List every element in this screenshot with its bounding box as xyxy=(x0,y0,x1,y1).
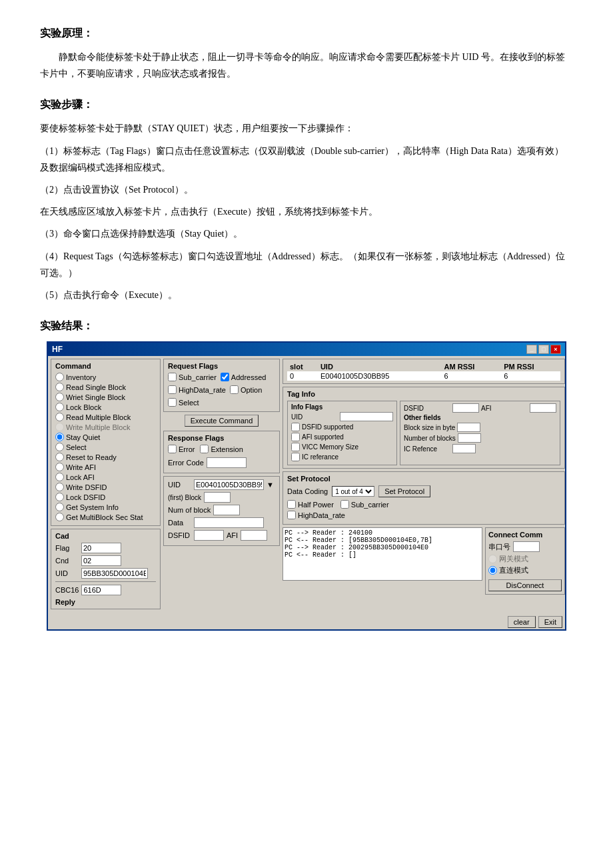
log-section: PC --> Reader : 240100 PC <-- Reader : [… xyxy=(283,527,482,595)
uid-field-input[interactable] xyxy=(194,479,264,490)
radio-lock-dsfid-input[interactable] xyxy=(55,493,64,501)
data-field-input[interactable] xyxy=(194,517,264,528)
cad-flag-label: Flag xyxy=(55,544,79,552)
section-result-title: 实验结果： xyxy=(40,319,573,333)
afi-tag-input[interactable] xyxy=(530,403,556,413)
disconnect-button[interactable]: DisConnect xyxy=(488,579,562,591)
step-3: （3）命令窗口点选保持静默选项（Stay Quiet）。 xyxy=(40,225,573,242)
close-button[interactable]: × xyxy=(550,345,561,354)
maximize-button[interactable]: □ xyxy=(538,345,549,354)
cb-set-sub-carrier-input[interactable] xyxy=(340,500,349,509)
radio-get-multiblock: Get MultiBlock Sec Stat xyxy=(55,513,156,521)
radio-reset-ready-input[interactable] xyxy=(55,453,64,461)
cb-extension-input[interactable] xyxy=(200,445,209,453)
uid-field-label: UID xyxy=(168,481,191,489)
radio-write-single-input[interactable] xyxy=(55,393,64,401)
cb-select-input[interactable] xyxy=(168,398,177,407)
radio-select-input[interactable] xyxy=(55,443,64,451)
radio-get-multiblock-input[interactable] xyxy=(55,513,64,521)
radio-read-single-input[interactable] xyxy=(55,383,64,391)
step-2: （2）点击设置协议（Set Protocol）。 xyxy=(40,181,573,198)
radio-stay-quiet-input[interactable] xyxy=(55,433,64,441)
cad-cnd-label: Cnd xyxy=(55,557,79,565)
radio-stay-quiet-label: Stay Quiet xyxy=(66,433,100,441)
radio-inventory: Inventory xyxy=(55,373,156,381)
uid-block-group: UID ▼ (first) Block Num of block Data xyxy=(163,476,280,546)
radio-write-afi-input[interactable] xyxy=(55,463,64,471)
minimize-button[interactable]: _ xyxy=(526,345,537,354)
afi-tag-label: AFI xyxy=(481,405,528,412)
log-area[interactable]: PC --> Reader : 240100 PC <-- Reader : [… xyxy=(283,527,482,581)
vicc-label: VICC Memory Size xyxy=(302,443,358,451)
radio-read-multiple: Read Multiple Block xyxy=(55,413,156,421)
cb-option-input[interactable] xyxy=(230,385,239,394)
uid-tag-input[interactable] xyxy=(340,412,393,421)
ic-refence-input[interactable] xyxy=(452,444,476,453)
title-bar: HF _ □ × xyxy=(48,343,565,356)
dsfid-field-label: DSFID xyxy=(168,531,191,539)
crc16-label: CBC16 xyxy=(55,586,79,594)
num-blocks-input[interactable] xyxy=(458,433,481,443)
data-field-label: Data xyxy=(168,519,191,527)
radio-lock-block-input[interactable] xyxy=(55,403,64,411)
port-input[interactable] xyxy=(513,541,540,552)
radio-write-single: Wriet Single Block xyxy=(55,393,156,401)
error-code-input[interactable] xyxy=(207,457,247,468)
radio-write-dsfid-input[interactable] xyxy=(55,483,64,491)
radio-write-multiple-input xyxy=(55,423,64,431)
radio-reset-ready-label: Reset to Ready xyxy=(66,453,117,461)
radio-read-multiple-input[interactable] xyxy=(55,413,64,421)
execute-command-button[interactable]: Execute Command xyxy=(185,415,259,427)
connect-label: Connect Comm xyxy=(488,531,562,539)
app-window: HF _ □ × Command Inventory xyxy=(47,341,566,631)
radio-lock-dsfid: Lock DSFID xyxy=(55,493,156,501)
num-block-input[interactable] xyxy=(213,505,240,515)
cad-uid-row: UID xyxy=(55,568,156,579)
vicc-cb[interactable] xyxy=(291,443,300,451)
response-flags-group: Response Flags Error Extension Error Cod… xyxy=(163,431,280,473)
cb-highdata-input[interactable] xyxy=(168,385,177,394)
mid-column: Request Flags Sub_carrier Addressed xyxy=(163,359,280,612)
afi-field-input[interactable] xyxy=(241,530,267,541)
radio-inventory-input[interactable] xyxy=(55,373,64,381)
radio-lock-afi-input[interactable] xyxy=(55,473,64,481)
dsfid-supported-cb[interactable] xyxy=(291,423,300,431)
radio-lock-dsfid-label: Lock DSFID xyxy=(66,493,105,501)
cad-cnd-input[interactable] xyxy=(81,555,121,566)
cb-half-power-input[interactable] xyxy=(287,500,296,509)
dsfid-field-input[interactable] xyxy=(194,530,224,541)
afi-supported-cb[interactable] xyxy=(291,433,300,441)
dsfid-tag-input[interactable] xyxy=(452,403,479,413)
app-body: Command Inventory Read Single Block Wrie… xyxy=(48,356,565,615)
cb-sub-carrier-input[interactable] xyxy=(168,373,177,381)
cb-error-label: Error xyxy=(179,445,195,453)
radio-direct-input[interactable] xyxy=(488,566,497,575)
radio-read-single-label: Read Single Block xyxy=(66,383,126,391)
port-label: 串口号 xyxy=(488,542,510,552)
crc16-input[interactable] xyxy=(81,585,121,595)
data-coding-select[interactable]: 1 out of 4 xyxy=(332,486,374,497)
cb-addressed-input[interactable] xyxy=(221,373,229,381)
row0-uid: E00401005D30BB95 xyxy=(318,371,442,381)
cad-flag-input[interactable] xyxy=(81,543,121,553)
section-principle: 实验原理： 静默命令能使标签卡处于静止状态，阻止一切寻卡等命令的响应。响应请求命… xyxy=(40,27,573,82)
radio-lock-block-label: Lock Block xyxy=(66,403,101,411)
cb-addressed: Addressed xyxy=(221,373,267,381)
cb-option: Option xyxy=(230,385,262,394)
first-block-input[interactable] xyxy=(204,492,231,503)
ic-ref-row: IC referance xyxy=(291,453,393,461)
cb-highdata-label: HighData_rate xyxy=(179,386,226,394)
set-protocol-button[interactable]: Set Protocol xyxy=(378,485,430,497)
block-size-input[interactable] xyxy=(457,423,480,432)
clear-button[interactable]: clear xyxy=(508,616,536,628)
ic-ref-cb[interactable] xyxy=(291,453,300,461)
cad-uid-input[interactable] xyxy=(81,568,148,579)
cb-set-highdata-input[interactable] xyxy=(287,511,296,519)
radio-get-sysinfo-input[interactable] xyxy=(55,503,64,511)
exit-button[interactable]: Exit xyxy=(538,616,562,628)
log-line-0: PC --> Reader : 240100 xyxy=(285,529,480,537)
row0-am-rssi: 6 xyxy=(442,371,502,381)
other-fields-label: Other fields xyxy=(404,414,556,421)
inventory-table-group: slot UID AM RSSI PM RSSI 0 E00401005D30B… xyxy=(283,359,565,384)
cb-error-input[interactable] xyxy=(168,445,177,453)
